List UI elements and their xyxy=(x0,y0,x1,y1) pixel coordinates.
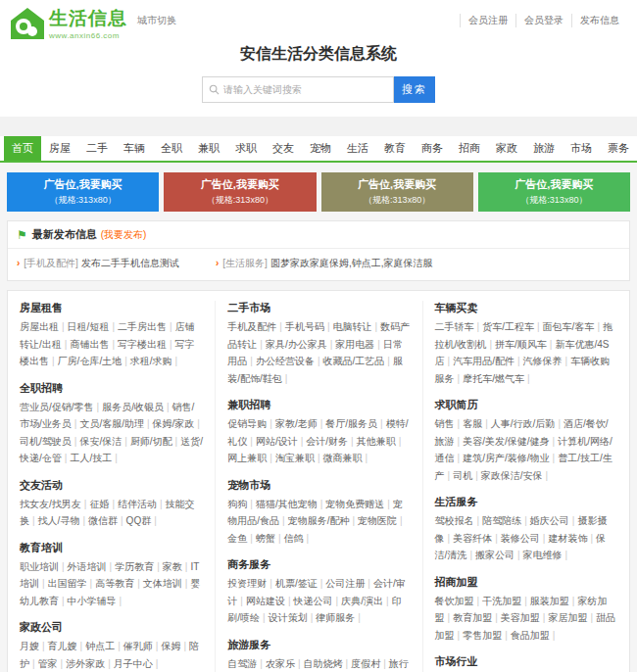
category-link[interactable]: 求租/求购 xyxy=(130,356,172,366)
category-link[interactable]: 律师服务 xyxy=(316,612,355,623)
category-link[interactable]: 餐厅/服务员 xyxy=(325,418,377,429)
category-link[interactable]: 建材装饰 xyxy=(548,533,587,544)
publish-link[interactable]: 我要发布 xyxy=(104,229,143,240)
category-link[interactable]: 自驾游 xyxy=(227,658,257,669)
category-link[interactable]: 家电维修 xyxy=(523,550,563,560)
category-link[interactable]: 食品加盟 xyxy=(511,630,550,641)
category-link[interactable]: 会计/财务 xyxy=(306,436,348,447)
nav-item[interactable]: 旅游 xyxy=(525,136,563,161)
ad-banner[interactable]: 广告位,我要购买 （规格:313x80） xyxy=(478,172,630,212)
category-link[interactable]: 农家乐 xyxy=(266,658,295,669)
nav-item[interactable]: 兼职 xyxy=(190,136,227,161)
category-link[interactable]: 快递公司 xyxy=(294,596,333,606)
category-link[interactable]: 房屋出租 xyxy=(20,321,59,332)
category-link[interactable]: 找女友/找男友 xyxy=(20,499,81,509)
category-link[interactable]: 汽车用品/配件 xyxy=(453,356,514,366)
category-link[interactable]: 自助烧烤 xyxy=(304,658,343,669)
nav-item[interactable]: 全职 xyxy=(153,136,190,161)
category-link[interactable]: 家居加盟 xyxy=(548,612,587,623)
category-link[interactable]: 营业员/促销/零售 xyxy=(20,402,94,412)
ad-banner[interactable]: 广告位,我要购买 （规格:313x80） xyxy=(164,172,316,212)
account-link[interactable]: 会员注册 xyxy=(460,14,515,27)
category-link[interactable]: 电脑转让 xyxy=(333,321,372,332)
category-link[interactable]: 月子中心 xyxy=(114,658,153,669)
category-link[interactable]: QQ群 xyxy=(126,515,152,526)
nav-item[interactable]: 房屋 xyxy=(41,136,78,161)
category-link[interactable]: 工人/技工 xyxy=(70,453,112,463)
category-link[interactable]: 涉外家政 xyxy=(66,658,105,669)
category-link[interactable]: 驾校报名 xyxy=(435,515,474,526)
category-link[interactable]: 搬家公司 xyxy=(475,550,514,560)
ad-banner[interactable]: 广告位,我要购买 （规格:313x80） xyxy=(321,172,473,212)
nav-item[interactable]: 教育 xyxy=(376,136,414,161)
category-link[interactable]: 文员/客服/助理 xyxy=(79,418,144,429)
category-link[interactable]: 机票/签证 xyxy=(275,578,318,589)
nav-item[interactable]: 求职 xyxy=(227,136,265,161)
category-link[interactable]: 狗狗 xyxy=(227,499,247,509)
category-link[interactable]: 网上兼职 xyxy=(227,453,267,463)
category-link[interactable]: 猫猫/其他宠物 xyxy=(256,499,318,509)
category-link[interactable]: 保安/保洁 xyxy=(79,436,122,447)
category-link[interactable]: 文体培训 xyxy=(143,578,182,589)
post-item[interactable]: [生活服务]圆梦家政家庭保姆,钟点工,家庭保洁服 xyxy=(216,257,432,270)
site-logo[interactable]: 生活信息 www.anxin66.com xyxy=(10,6,127,40)
category-link[interactable]: 金鱼 xyxy=(227,533,247,544)
category-link[interactable]: 促销导购 xyxy=(227,418,267,429)
category-link[interactable]: 家用电器 xyxy=(335,339,374,350)
category-link[interactable]: 庆典/演出 xyxy=(341,596,383,606)
post-item[interactable]: [手机及配件]发布二手手机信息测试 xyxy=(17,257,179,270)
category-link[interactable]: 商铺出售 xyxy=(70,339,109,350)
category-link[interactable]: 汽修保养 xyxy=(523,356,563,366)
category-link[interactable]: 手机号码 xyxy=(285,321,324,332)
category-link[interactable]: 宠物免费赠送 xyxy=(325,499,384,509)
category-link[interactable]: 服务员/收银员 xyxy=(102,402,164,412)
category-link[interactable]: 设计策划 xyxy=(269,612,308,623)
category-link[interactable]: 写字楼出租 xyxy=(118,339,167,350)
category-link[interactable]: 家教 xyxy=(163,561,182,572)
category-link[interactable]: 投资理财 xyxy=(227,578,267,589)
category-link[interactable]: 微信群 xyxy=(88,515,118,526)
category-link[interactable]: 美容/美发/保健/健身 xyxy=(463,436,549,447)
category-link[interactable]: 中小学辅导 xyxy=(68,596,117,606)
category-link[interactable]: 美容加盟 xyxy=(501,612,540,623)
category-link[interactable]: 零售加盟 xyxy=(463,630,502,641)
category-link[interactable]: 月嫂 xyxy=(20,641,39,651)
nav-item[interactable]: 招商 xyxy=(451,136,488,161)
category-link[interactable]: 手机及配件 xyxy=(227,321,276,332)
category-link[interactable]: 保姆/家政 xyxy=(153,418,195,429)
category-link[interactable]: 职业培训 xyxy=(20,561,59,572)
category-link[interactable]: 客服 xyxy=(463,418,482,429)
city-switch-link[interactable]: 城市切换 xyxy=(137,14,176,27)
nav-item[interactable]: 交友 xyxy=(265,136,302,161)
search-button[interactable]: 搜索 xyxy=(394,76,435,103)
category-link[interactable]: 淘宝兼职 xyxy=(275,453,315,463)
category-link[interactable]: 家政保洁/安保 xyxy=(481,470,543,481)
category-link[interactable]: 建筑/房产/装修/物业 xyxy=(463,453,549,463)
category-link[interactable]: 管家 xyxy=(38,658,58,669)
category-link[interactable]: 家具/办公家具 xyxy=(266,339,327,350)
account-link[interactable]: 发布信息 xyxy=(571,14,627,27)
category-link[interactable]: 餐饮加盟 xyxy=(435,596,474,606)
category-link[interactable]: 网站/设计 xyxy=(256,436,298,447)
category-link[interactable]: 结伴活动 xyxy=(118,499,157,509)
category-link[interactable]: 出国留学 xyxy=(48,578,87,589)
category-link[interactable]: 司机/驾驶员 xyxy=(20,436,72,447)
category-link[interactable]: 人事/行政/后勤 xyxy=(491,418,556,429)
post-link[interactable]: 发布二手手机信息测试 xyxy=(81,258,179,268)
category-link[interactable]: 催乳师 xyxy=(123,641,153,651)
category-link[interactable]: 日租/短租 xyxy=(68,321,110,332)
category-link[interactable]: 办公经营设备 xyxy=(256,356,315,366)
category-link[interactable]: 宠物服务/配种 xyxy=(288,515,350,526)
nav-item[interactable]: 车辆 xyxy=(116,136,153,161)
category-link[interactable]: 其他兼职 xyxy=(357,436,396,447)
nav-item[interactable]: 家政 xyxy=(488,136,525,161)
category-link[interactable]: 网站建设 xyxy=(246,596,285,606)
category-link[interactable]: 螃蟹 xyxy=(256,533,275,544)
category-link[interactable]: 微商兼职 xyxy=(323,453,363,463)
nav-item[interactable]: 市场 xyxy=(563,136,600,161)
category-link[interactable]: 婚庆公司 xyxy=(530,515,569,526)
category-link[interactable]: 服装加盟 xyxy=(530,596,569,606)
nav-item[interactable]: 首页 xyxy=(4,136,41,161)
category-link[interactable]: 司机 xyxy=(453,470,472,481)
nav-item[interactable]: 生活 xyxy=(339,136,376,161)
